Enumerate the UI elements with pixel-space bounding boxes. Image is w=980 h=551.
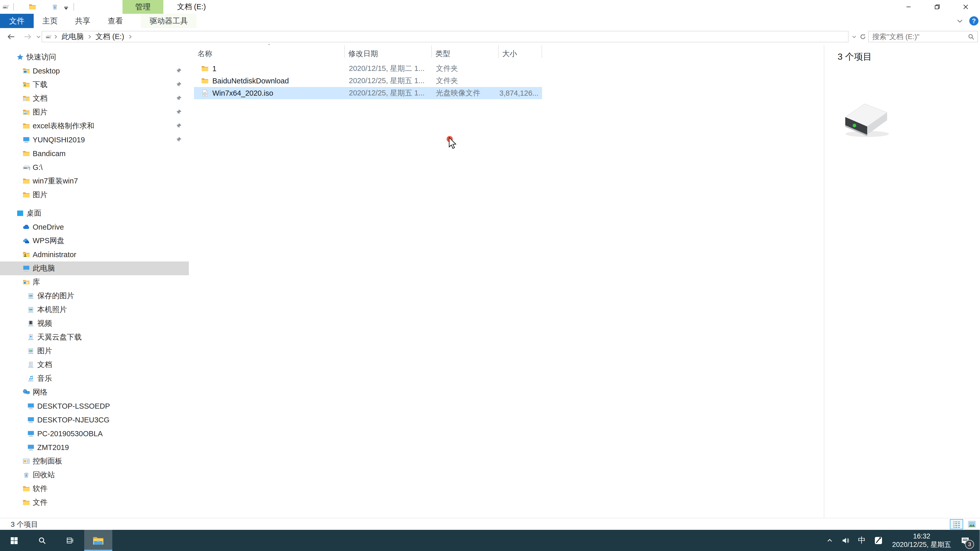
- file-row-1[interactable]: 1 2020/12/15, 星期二 1... 文件夹: [194, 62, 542, 75]
- sidebar-item-Bandicam[interactable]: Bandicam: [0, 147, 189, 160]
- sidebar-item-icon: [27, 375, 35, 383]
- sidebar-item-DESKTOP-LSSOEDP[interactable]: DESKTOP-LSSOEDP: [0, 399, 189, 413]
- sidebar-item-图片[interactable]: 图片: [0, 188, 189, 202]
- column-header-类型[interactable]: ˆ 类型: [432, 45, 499, 58]
- ime-indicator[interactable]: 中: [854, 530, 870, 551]
- sidebar-item-文件[interactable]: 文件: [0, 495, 189, 510]
- column-header-名称[interactable]: ˆ 名称: [194, 45, 345, 58]
- file-size-cell: 3,874,126...: [499, 89, 542, 97]
- sidebar-item-保存的图片[interactable]: 保存的图片: [0, 289, 189, 303]
- file-name-cell[interactable]: BaiduNetdiskDownload: [194, 77, 345, 85]
- sidebar-item-下载[interactable]: 下载: [0, 78, 189, 92]
- taskbar: 中 16:32 2020/12/25, 星期五 3: [0, 530, 980, 551]
- sidebar-item-Desktop[interactable]: Desktop: [0, 64, 189, 78]
- delete-icon[interactable]: [40, 3, 48, 11]
- tab-文件[interactable]: 文件: [0, 14, 34, 28]
- tab-主页[interactable]: 主页: [34, 14, 66, 28]
- sidebar-item-label: 本机照片: [37, 305, 67, 315]
- sidebar-item-快速访问[interactable]: 快速访问: [0, 50, 189, 64]
- breadcrumb-segment[interactable]: 文档 (E:): [93, 32, 127, 42]
- sidebar-item-PC-20190530OBLA[interactable]: PC-20190530OBLA: [0, 427, 189, 441]
- sidebar-item-音乐[interactable]: 音乐: [0, 372, 189, 386]
- search-icon[interactable]: [964, 33, 978, 40]
- sidebar-item-本机照片[interactable]: 本机照片: [0, 303, 189, 317]
- sidebar-item-excel表格制作求和[interactable]: excel表格制作求和: [0, 119, 189, 133]
- tab-共享[interactable]: 共享: [66, 14, 99, 28]
- window-controls: [894, 0, 980, 14]
- forward-button[interactable]: [21, 28, 34, 45]
- sidebar-item-图片[interactable]: 图片: [0, 105, 189, 119]
- sidebar-item-文档[interactable]: 文档: [0, 92, 189, 105]
- start-button[interactable]: [0, 530, 28, 551]
- restore-button[interactable]: [923, 0, 951, 14]
- tray-chevron-up-icon[interactable]: [822, 530, 837, 551]
- refresh-icon[interactable]: [858, 31, 868, 42]
- taskbar-search-icon[interactable]: [28, 530, 56, 551]
- sidebar-item-视频[interactable]: 视频: [0, 317, 189, 330]
- sidebar-item-网络[interactable]: 网络: [0, 386, 189, 399]
- minimize-button[interactable]: [894, 0, 923, 14]
- sidebar-item-控制面板[interactable]: 控制面板: [0, 454, 189, 468]
- contextual-tab-manage[interactable]: 管理: [123, 0, 163, 14]
- sidebar-item-文档[interactable]: 文档: [0, 358, 189, 372]
- search-box[interactable]: [868, 31, 978, 42]
- sidebar-item-库[interactable]: 库: [0, 275, 189, 289]
- tab-查看[interactable]: 查看: [99, 14, 132, 28]
- recycle-bin-icon[interactable]: [51, 3, 59, 11]
- sidebar-item-icon: [22, 67, 30, 75]
- sidebar-item-DESKTOP-NJEU3CG[interactable]: DESKTOP-NJEU3CG: [0, 413, 189, 427]
- file-type-cell: 文件夹: [432, 76, 499, 86]
- sidebar-item-label: 文档: [37, 360, 52, 370]
- sidebar-item-label: 网络: [33, 387, 48, 397]
- file-row-Win7x64_2020.iso[interactable]: Win7x64_2020.iso 2020/12/25, 星期五 1... 光盘…: [194, 87, 542, 99]
- file-explorer-taskbar-icon[interactable]: [84, 530, 112, 551]
- search-input[interactable]: [869, 33, 964, 41]
- close-button[interactable]: [951, 0, 980, 14]
- notification-badge: 3: [965, 540, 974, 549]
- main-area: 快速访问 Desktop 下载 文档 图片 excel表格制作求和 YUNQIS…: [0, 45, 980, 518]
- sidebar-item-OneDrive[interactable]: OneDrive: [0, 220, 189, 234]
- drive-icon[interactable]: [2, 3, 10, 11]
- column-header-修改日期[interactable]: ˆ 修改日期: [345, 45, 432, 58]
- sidebar-item-软件[interactable]: 软件: [0, 482, 189, 495]
- task-view-icon[interactable]: [56, 530, 84, 551]
- details-view-button[interactable]: [950, 519, 963, 529]
- sidebar-item-天翼云盘下载[interactable]: 天翼云盘下载: [0, 330, 189, 344]
- column-header-大小[interactable]: ˆ 大小: [499, 45, 542, 58]
- sidebar-item-YUNQISHI2019[interactable]: YUNQISHI2019: [0, 133, 189, 147]
- sidebar-item-label: 文档: [33, 94, 48, 103]
- sidebar-item-win7重装win7[interactable]: win7重装win7: [0, 174, 189, 188]
- address-dropdown-icon[interactable]: [850, 31, 859, 42]
- tab-驱动器工具[interactable]: 驱动器工具: [141, 14, 197, 28]
- sidebar-item-G:\[interactable]: G:\: [0, 160, 189, 174]
- sidebar-item-此电脑[interactable]: 此电脑: [0, 262, 189, 275]
- sidebar-item-icon: [27, 292, 35, 300]
- sidebar-item-图片[interactable]: 图片: [0, 344, 189, 358]
- help-icon[interactable]: ?: [969, 16, 978, 25]
- sidebar-item-Administrator[interactable]: Administrator: [0, 248, 189, 262]
- file-row-BaiduNetdiskDownload[interactable]: BaiduNetdiskDownload 2020/12/25, 星期五 1..…: [194, 75, 542, 87]
- back-button[interactable]: [5, 28, 18, 45]
- sidebar-item-回收站[interactable]: 回收站: [0, 468, 189, 482]
- ribbon-collapse-icon[interactable]: [956, 17, 964, 25]
- check-document-icon[interactable]: [18, 3, 25, 11]
- sidebar-item-ZMT2019[interactable]: ZMT2019: [0, 441, 189, 454]
- ink-workspace-icon[interactable]: [870, 530, 887, 551]
- caret-down-icon[interactable]: [62, 3, 70, 11]
- action-center-icon[interactable]: 3: [956, 530, 977, 551]
- file-name-cell[interactable]: 1: [194, 65, 345, 73]
- folder-icon[interactable]: [29, 3, 36, 11]
- sidebar-item-桌面[interactable]: 桌面: [0, 206, 189, 220]
- toolbar-separator: [73, 3, 74, 11]
- breadcrumb-segment[interactable]: 此电脑: [59, 32, 86, 42]
- thumbnail-view-button[interactable]: [965, 519, 978, 529]
- toolbar-separator: [13, 3, 14, 11]
- file-name-cell[interactable]: Win7x64_2020.iso: [194, 89, 345, 97]
- taskbar-clock[interactable]: 16:32 2020/12/25, 星期五: [887, 532, 956, 549]
- pin-icon: [176, 81, 182, 88]
- address-bar[interactable]: 此电脑 文档 (E:): [41, 31, 849, 42]
- sidebar-item-icon: [22, 81, 30, 89]
- volume-icon[interactable]: [837, 530, 854, 551]
- file-date-cell: 2020/12/25, 星期五 1...: [345, 76, 432, 86]
- sidebar-item-WPS网盘[interactable]: WPS网盘: [0, 234, 189, 248]
